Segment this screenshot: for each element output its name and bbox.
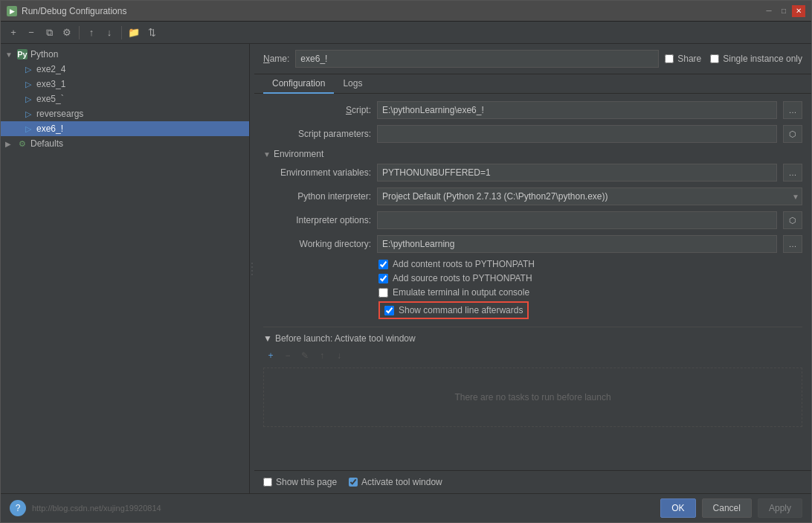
add-config-button[interactable]: +: [5, 25, 22, 41]
bottom-options: Show this page Activate tool window: [254, 470, 811, 493]
tree-python-group[interactable]: ▼ Py Python: [1, 47, 249, 62]
working-dir-input[interactable]: [377, 235, 777, 253]
move-down-button[interactable]: ↓: [101, 25, 117, 41]
script-params-row: Script parameters: ⬡: [263, 125, 802, 143]
tree-item-exe3-1[interactable]: ▷ exe3_1: [1, 77, 249, 92]
script-icon-reverseargs: ▷: [23, 109, 33, 119]
script-browse-button[interactable]: …: [783, 101, 802, 119]
script-icon-exe5: ▷: [23, 94, 33, 104]
share-label: Share: [677, 54, 701, 64]
interp-options-label: Interpreter options:: [263, 215, 371, 225]
right-panel: Name: Share Single instance only Configu…: [254, 44, 811, 493]
launch-empty-text: There are no tasks to run before launch: [454, 392, 610, 402]
script-icon-exe3-1: ▷: [23, 79, 33, 89]
name-input[interactable]: [295, 50, 659, 68]
ok-button[interactable]: OK: [660, 498, 695, 518]
script-input[interactable]: [377, 101, 777, 119]
launch-up-button[interactable]: ↑: [315, 348, 329, 363]
working-dir-row: Working directory: …: [263, 235, 802, 253]
config-tree: ▼ Py Python ▷ exe2_4 ▷ exe3_1 ▷ exe5_` ▷…: [1, 44, 250, 493]
script-params-label: Script parameters:: [263, 129, 371, 139]
move-up-button[interactable]: ↑: [83, 25, 100, 41]
settings-button[interactable]: ⚙: [59, 25, 75, 41]
activate-tool-window-label: Activate tool window: [361, 477, 442, 487]
add-source-roots-checkbox[interactable]: [378, 274, 388, 283]
footer: ? http://blog.csdn.net/xujing19920814 OK…: [1, 493, 811, 522]
python-group-icon: Py: [17, 49, 28, 60]
close-button[interactable]: ✕: [792, 5, 805, 17]
resize-handle[interactable]: [250, 44, 254, 493]
show-this-page-label: Show this page: [276, 477, 337, 487]
launch-add-button[interactable]: +: [263, 348, 278, 363]
script-icon-exe2-4: ▷: [23, 64, 33, 74]
share-checkbox[interactable]: [665, 54, 674, 63]
launch-remove-button[interactable]: −: [280, 348, 295, 363]
add-content-roots-label: Add content roots to PYTHONPATH: [393, 259, 535, 269]
add-content-roots-row: Add content roots to PYTHONPATH: [378, 259, 802, 269]
cancel-button[interactable]: Cancel: [702, 498, 752, 518]
tree-item-label: reverseargs: [36, 109, 83, 119]
tree-item-exe6[interactable]: ▷ exe6_!: [1, 121, 249, 136]
tree-item-label: exe6_!: [36, 123, 63, 134]
help-button[interactable]: ?: [10, 500, 26, 516]
show-this-page-checkbox[interactable]: [263, 478, 272, 487]
script-icon-exe6: ▷: [23, 123, 33, 134]
environment-label: Environment: [274, 149, 323, 159]
tab-configuration[interactable]: Configuration: [263, 74, 334, 94]
show-this-page-row: Show this page: [263, 477, 337, 487]
expand-arrow-defaults: ▶: [5, 140, 14, 148]
remove-config-button[interactable]: −: [23, 25, 39, 41]
window-icon: ▶: [7, 6, 17, 16]
config-tabs: Configuration Logs: [254, 74, 811, 94]
python-interp-select[interactable]: Project Default (Python 2.7.13 (C:\Pytho…: [377, 187, 802, 205]
tree-item-exe2-4[interactable]: ▷ exe2_4: [1, 62, 249, 77]
copy-config-button[interactable]: ⧉: [41, 25, 57, 41]
script-row: Script: …: [263, 101, 802, 119]
before-launch-arrow: ▼: [263, 333, 272, 344]
apply-button[interactable]: Apply: [758, 498, 802, 518]
activate-tool-window-row: Activate tool window: [349, 477, 442, 487]
tab-logs[interactable]: Logs: [334, 74, 371, 94]
activate-tool-window-checkbox[interactable]: [349, 478, 358, 487]
tree-item-reverseargs[interactable]: ▷ reverseargs: [1, 106, 249, 121]
name-row: Name: Share Single instance only: [254, 44, 811, 74]
single-instance-checkbox[interactable]: [710, 54, 719, 63]
interp-options-input[interactable]: [377, 211, 777, 229]
launch-down-button[interactable]: ↓: [332, 348, 347, 363]
script-params-expand-button[interactable]: ⬡: [783, 125, 802, 143]
python-interp-row: Python interpreter: Project Default (Pyt…: [263, 187, 802, 205]
configuration-panel: Script: … Script parameters: ⬡ ▼ Environ…: [254, 94, 811, 470]
python-interp-select-wrapper: Project Default (Python 2.7.13 (C:\Pytho…: [377, 187, 802, 205]
add-content-roots-checkbox[interactable]: [378, 260, 388, 269]
tree-defaults-label: Defaults: [30, 138, 63, 149]
working-dir-browse-button[interactable]: …: [783, 235, 802, 253]
before-launch-label: Before launch: Activate tool window: [275, 333, 416, 344]
minimize-button[interactable]: ─: [762, 5, 776, 17]
share-area: Share Single instance only: [665, 54, 802, 64]
show-command-line-row: Show command line afterwards: [378, 301, 802, 319]
show-command-line-label: Show command line afterwards: [399, 305, 523, 315]
env-vars-browse-button[interactable]: …: [783, 164, 802, 182]
working-dir-label: Working directory:: [263, 239, 371, 249]
emulate-terminal-checkbox[interactable]: [378, 288, 388, 298]
env-vars-row: Environment variables: …: [263, 164, 802, 182]
script-params-input[interactable]: [377, 125, 777, 143]
tree-item-label: exe2_4: [36, 64, 65, 74]
share-checkbox-row: Share: [665, 54, 701, 64]
add-source-roots-label: Add source roots to PYTHONPATH: [393, 273, 532, 283]
main-toolbar: + − ⧉ ⚙ ↑ ↓ 📁 ⇅: [1, 22, 811, 44]
launch-edit-button[interactable]: ✎: [297, 348, 312, 363]
script-label: Script:: [263, 105, 371, 115]
env-vars-input[interactable]: [377, 164, 777, 182]
sort-button[interactable]: ⇅: [144, 25, 160, 41]
tree-defaults[interactable]: ▶ ⚙ Defaults: [1, 136, 249, 151]
folder-button[interactable]: 📁: [126, 25, 142, 41]
env-arrow: ▼: [263, 150, 271, 158]
tree-item-exe5[interactable]: ▷ exe5_`: [1, 92, 249, 106]
interp-options-expand-button[interactable]: ⬡: [783, 211, 802, 229]
maximize-button[interactable]: □: [777, 5, 790, 17]
show-command-line-checkbox[interactable]: [384, 306, 394, 315]
tree-item-label: exe5_`: [36, 94, 64, 104]
window-controls: ─ □ ✕: [762, 5, 805, 17]
environment-section-header[interactable]: ▼ Environment: [263, 149, 802, 159]
